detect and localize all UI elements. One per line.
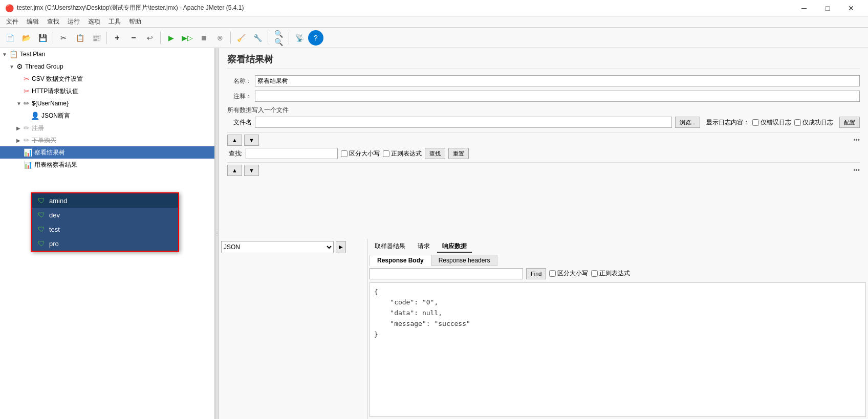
dropdown-item-dev[interactable]: 🛡 dev <box>32 208 178 222</box>
dropdown-item-amind[interactable]: 🛡 amind <box>32 193 178 208</box>
username-icon: ✏ <box>24 99 30 107</box>
tree-label-http: HTTP请求默认值 <box>32 87 78 96</box>
format-select[interactable]: JSON Text XML <box>221 241 334 253</box>
tree-item-register[interactable]: ▶ ✏ 注册 <box>0 122 214 134</box>
tb-clear[interactable]: 🧹 <box>233 30 249 46</box>
case-sensitive-checkbox[interactable] <box>341 150 348 157</box>
response-search-row: Find 区分大小写 正则表达式 <box>370 268 866 279</box>
http-icon: ✂ <box>24 87 30 95</box>
tree-item-test-plan[interactable]: ▼ 📋 Test Plan <box>0 48 214 60</box>
sub-tabs: Response Body Response headers <box>370 255 866 266</box>
dropdown-label-dev: dev <box>49 211 60 219</box>
success-log-checkbox[interactable] <box>794 119 801 126</box>
toolbar-row-2: ▲ ▼ ••• <box>227 162 860 176</box>
tree-item-username[interactable]: ▼ ✏ ${UserName} <box>0 97 214 109</box>
tree-item-csv[interactable]: ✂ CSV 数据文件设置 <box>0 73 214 85</box>
find-button[interactable]: 查找 <box>425 148 445 159</box>
maximize-button[interactable]: □ <box>816 0 839 16</box>
config-button[interactable]: 配置 <box>839 117 860 128</box>
toolbar-up-btn[interactable]: ▲ <box>227 135 242 146</box>
sub-tab-body[interactable]: Response Body <box>370 255 431 266</box>
tab-request[interactable]: 请求 <box>413 241 435 253</box>
toolbar-down-btn[interactable]: ▼ <box>244 135 259 146</box>
response-find-btn[interactable]: Find <box>526 268 546 279</box>
tb-stop[interactable]: ⏹ <box>196 30 211 46</box>
response-search-input[interactable] <box>370 268 523 279</box>
sub-tab-headers[interactable]: Response headers <box>431 255 498 266</box>
right-panel: 察看结果树 名称： 注释： 所有数据写入一个文件 文件名 浏览... 显示日志内… <box>219 48 868 419</box>
case-sensitive-label: 区分大小写 <box>349 149 380 158</box>
toolbar-up-btn-2[interactable]: ▲ <box>227 165 242 176</box>
tb-copy[interactable]: 📋 <box>72 30 88 46</box>
result-area: JSON Text XML ▶ 取样器结果 请求 响应数据 Respons <box>219 239 868 420</box>
tab-sampler-result[interactable]: 取样器结果 <box>370 241 410 253</box>
resp-case-check-group: 区分大小写 <box>549 269 588 278</box>
tree-label-view-results: 察看结果树 <box>34 148 65 157</box>
tree-label-aggregate: 用表格察看结果 <box>34 161 77 169</box>
minimize-button[interactable]: ─ <box>792 0 816 16</box>
menu-find[interactable]: 查找 <box>43 16 63 27</box>
tb-open[interactable]: 📂 <box>18 30 34 46</box>
tb-sep-2 <box>106 32 107 44</box>
resp-regex-label: 正则表达式 <box>599 269 630 278</box>
menu-help[interactable]: 帮助 <box>125 16 145 27</box>
tb-start[interactable]: ▶ <box>163 30 179 46</box>
tb-new[interactable]: 📄 <box>2 30 17 46</box>
comment-row: 注释： <box>227 91 860 102</box>
tree-item-order[interactable]: ▶ ✏ 下单购买 <box>0 134 214 146</box>
menu-run[interactable]: 运行 <box>63 16 84 27</box>
tb-paste[interactable]: 📰 <box>89 30 104 46</box>
tb-help[interactable]: ? <box>308 30 323 46</box>
tb-function[interactable]: 🔧 <box>250 30 265 46</box>
dropdown-label-pro: pro <box>49 240 59 248</box>
search-row: 查找: 区分大小写 正则表达式 查找 重置 <box>227 148 860 159</box>
regex-checkbox[interactable] <box>383 150 389 157</box>
title-bar: 🔴 tester.jmx (C:\Users\hzxy\Desktop\测试专用… <box>0 0 868 16</box>
error-log-checkbox[interactable] <box>752 119 759 126</box>
name-row: 名称： <box>227 75 860 86</box>
resp-regex-checkbox[interactable] <box>591 270 598 277</box>
menu-file[interactable]: 文件 <box>2 16 23 27</box>
window-title: tester.jmx (C:\Users\hzxy\Desktop\测试专用图片… <box>17 4 244 12</box>
tb-save[interactable]: 💾 <box>35 30 50 46</box>
toolbar-down-btn-2[interactable]: ▼ <box>244 165 259 176</box>
register-icon: ✏ <box>24 124 30 132</box>
tree-item-view-results[interactable]: 📊 察看结果树 <box>0 146 214 159</box>
tb-search[interactable]: 🔍🔍 <box>271 30 286 46</box>
tb-reset-arrow[interactable]: ↩ <box>142 30 158 46</box>
menu-tools[interactable]: 工具 <box>104 16 125 27</box>
file-section-title: 所有数据写入一个文件 <box>227 106 860 115</box>
tab-response-data[interactable]: 响应数据 <box>437 241 472 253</box>
success-log-label: 仅成功日志 <box>802 118 833 127</box>
tb-network[interactable]: 📡 <box>292 30 307 46</box>
tree-item-http[interactable]: ✂ HTTP请求默认值 <box>0 85 214 97</box>
dropdown-item-pro[interactable]: 🛡 pro <box>32 236 178 251</box>
tb-start-no-pause[interactable]: ▶▷ <box>180 30 195 46</box>
file-name-input[interactable] <box>255 117 672 128</box>
dropdown-overlay: 🛡 amind 🛡 dev 🛡 test 🛡 pro <box>31 192 179 252</box>
menu-bar: 文件 编辑 查找 运行 选项 工具 帮助 <box>0 16 868 28</box>
format-arrow-btn[interactable]: ▶ <box>336 241 346 253</box>
close-button[interactable]: ✕ <box>839 0 863 16</box>
name-input[interactable] <box>255 75 860 86</box>
tree-arrow-register: ▶ <box>16 125 24 131</box>
tb-cut[interactable]: ✂ <box>56 30 71 46</box>
reset-button[interactable]: 重置 <box>448 148 469 159</box>
tree-item-thread-group[interactable]: ▼ ⚙ Thread Group <box>0 60 214 73</box>
splitter-vertical[interactable]: ⋮ <box>215 48 219 419</box>
menu-options[interactable]: 选项 <box>84 16 104 27</box>
menu-edit[interactable]: 编辑 <box>23 16 43 27</box>
dropdown-label-amind: amind <box>49 197 67 205</box>
tree-label-register: 注册 <box>32 124 44 133</box>
resp-case-checkbox[interactable] <box>549 270 556 277</box>
tree-item-json-assertion[interactable]: 👤 JSON断言 <box>0 109 214 122</box>
comment-input[interactable] <box>255 91 860 102</box>
tb-remove[interactable]: − <box>126 30 141 46</box>
tb-add[interactable]: + <box>110 30 125 46</box>
search-input[interactable] <box>246 148 338 159</box>
dropdown-item-test[interactable]: 🛡 test <box>32 222 178 236</box>
browse-button[interactable]: 浏览... <box>675 117 700 128</box>
tree-item-aggregate[interactable]: 📊 用表格察看结果 <box>0 159 214 171</box>
tb-shutdown[interactable]: ⊗ <box>212 30 228 46</box>
tree-label-json: JSON断言 <box>41 112 70 120</box>
